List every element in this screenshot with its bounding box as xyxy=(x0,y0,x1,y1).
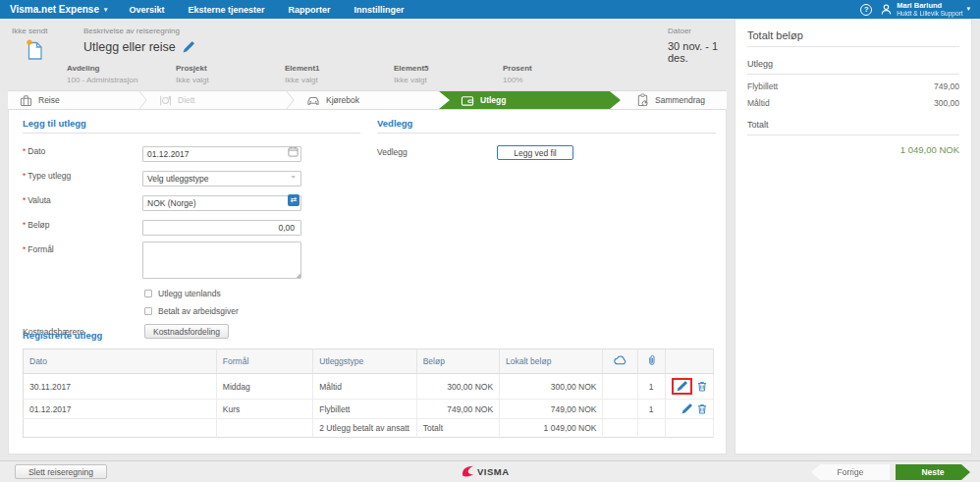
col-header-formal[interactable]: Formål xyxy=(216,349,312,374)
nav-item-rapporter[interactable]: Rapporter xyxy=(277,0,343,19)
field-label-type-utlegg: *Type utlegg xyxy=(23,168,142,187)
nav-item-label: Oversikt xyxy=(130,5,165,15)
dimension-value: 100 - Administrasjon xyxy=(67,76,176,84)
nav-item-label: Eksterne tjenester xyxy=(189,5,265,15)
table-row: 01.12.2017 Kurs Flybillett 749,00 NOK 74… xyxy=(24,400,714,419)
dimension-label: Avdeling xyxy=(67,64,176,73)
tab-utlegg-active[interactable]: Utlegg xyxy=(439,91,621,109)
col-header-belop[interactable]: Beløp xyxy=(416,349,499,374)
bottom-action-bar: Slett reiseregning VISMA Forrige Neste xyxy=(0,460,980,482)
dimension-value: Ikke valgt xyxy=(176,76,285,84)
nav-item-oversikt[interactable]: Oversikt xyxy=(118,0,177,19)
amount-input[interactable] xyxy=(142,220,301,236)
attachments-label: Vedlegg xyxy=(377,145,497,160)
next-button[interactable]: Neste xyxy=(896,464,970,480)
dimension-value: Ikke valgt xyxy=(285,76,394,84)
top-navigation: Visma.net Expense ▾ Oversikt Eksterne tj… xyxy=(0,0,980,19)
dimension-prosent: Prosent100% xyxy=(503,64,612,84)
col-header-utleggstype[interactable]: Utleggstype xyxy=(313,349,416,374)
cell-dato: 01.12.2017 xyxy=(24,400,217,419)
dimension-value: Ikke valgt xyxy=(394,76,503,84)
utenlands-checkbox[interactable] xyxy=(144,290,152,297)
field-label-valuta: *Valuta xyxy=(23,192,142,211)
edit-title-pencil-icon[interactable] xyxy=(183,41,194,53)
tab-label: Sammendrag xyxy=(655,95,705,105)
brand-label: Visma.net Expense xyxy=(10,4,99,15)
checkbox-row-arbeidsgiver[interactable]: Betalt av arbeidsgiver xyxy=(144,306,360,316)
footer-summary: 2 Utlegg betalt av ansatt xyxy=(313,419,416,438)
cloud-icon xyxy=(614,355,626,365)
tab-label: Utlegg xyxy=(480,95,506,105)
dimension-element1: Element1Ikke valgt xyxy=(285,64,394,84)
tab-reise[interactable]: Reise xyxy=(8,91,147,109)
registered-expenses-section: Registrerte utlegg Dato Formål Utleggsty… xyxy=(23,330,714,438)
dimension-element5: Element5Ikke valgt xyxy=(394,64,503,84)
expense-type-select[interactable] xyxy=(142,171,301,187)
tab-diett[interactable]: Diett xyxy=(147,91,295,109)
edit-pencil-icon[interactable] xyxy=(681,403,692,414)
report-header: Ikke sendt Beskrivelse av reiseregning U… xyxy=(0,19,727,90)
col-header-dato[interactable]: Dato xyxy=(24,349,217,374)
previous-button[interactable]: Forrige xyxy=(811,464,890,480)
summary-value: 300,00 xyxy=(934,98,959,108)
tab-sammendrag[interactable]: Sammendrag xyxy=(621,91,727,109)
nav-item-eksterne-tjenester[interactable]: Eksterne tjenester xyxy=(177,0,277,19)
edit-pencil-icon[interactable] xyxy=(677,381,687,392)
col-header-attachments xyxy=(637,349,665,374)
tab-separator xyxy=(286,91,295,109)
chevron-down-icon: ▾ xyxy=(966,5,970,13)
user-name: Mari Barlund xyxy=(897,2,962,10)
calendar-icon[interactable] xyxy=(288,146,299,157)
delete-report-button[interactable]: Slett reiseregning xyxy=(15,464,107,479)
currency-input[interactable] xyxy=(142,195,301,211)
arbeidsgiver-checkbox[interactable] xyxy=(144,307,152,315)
footer-total-value: 1 049,00 NOK xyxy=(500,419,603,438)
tab-kjorebok[interactable]: Kjørebok xyxy=(295,91,443,109)
purpose-textarea[interactable] xyxy=(142,241,301,279)
field-label-formal: *Formål xyxy=(23,241,142,283)
cell-cloud xyxy=(603,400,637,419)
user-name-block: Mari Barlund Huldt & Lillevik Support xyxy=(897,2,962,17)
sidebar-section-label: Utlegg xyxy=(747,59,959,69)
visma-swoosh-icon xyxy=(462,465,474,477)
dimension-label: Element1 xyxy=(285,64,394,73)
required-asterisk: * xyxy=(23,146,26,156)
dates-label: Datoer xyxy=(668,27,691,35)
app-window: Visma.net Expense ▾ Oversikt Eksterne tj… xyxy=(0,0,980,482)
visma-logo-text: VISMA xyxy=(477,466,510,477)
table-footer-row: 2 Utlegg betalt av ansatt Totalt 1 049,0… xyxy=(24,419,714,438)
required-asterisk: * xyxy=(23,220,26,230)
attach-file-button[interactable]: Legg ved fil xyxy=(497,145,573,160)
user-icon xyxy=(880,3,893,16)
nav-item-innstillinger[interactable]: Innstillinger xyxy=(343,0,416,19)
brand-menu[interactable]: Visma.net Expense ▾ xyxy=(0,0,118,19)
help-icon[interactable]: ? xyxy=(860,4,872,16)
field-label-dato: *Dato xyxy=(23,143,142,162)
paperclip-icon xyxy=(647,354,656,366)
section-title: Registrerte utlegg xyxy=(23,330,714,341)
currency-exchange-icon[interactable]: ⇄ xyxy=(288,194,299,206)
sidebar-total-value: 1 049,00 NOK xyxy=(747,144,959,155)
nav-spacer xyxy=(416,0,861,19)
chevron-down-icon: ▾ xyxy=(104,6,108,14)
delete-trash-icon[interactable] xyxy=(697,381,707,392)
divider xyxy=(747,46,959,47)
checkbox-row-utenlands[interactable]: Utlegg utenlands xyxy=(144,289,360,298)
user-menu[interactable]: Mari Barlund Huldt & Lillevik Support ▾ xyxy=(880,2,970,17)
cell-attachments-count: 1 xyxy=(637,400,665,419)
dimension-label: Prosent xyxy=(503,64,612,73)
cell-lokalt-belop: 749,00 NOK xyxy=(500,400,603,419)
nav-item-label: Rapporter xyxy=(289,5,331,15)
visma-logo: VISMA xyxy=(462,465,510,477)
divider xyxy=(23,133,360,134)
cell-belop: 749,00 NOK xyxy=(416,400,499,419)
date-input[interactable] xyxy=(142,146,301,162)
required-asterisk: * xyxy=(23,244,26,254)
highlight-red-box xyxy=(672,378,692,395)
col-header-lokalt-belop[interactable]: Lokalt beløp xyxy=(500,349,603,374)
delete-trash-icon[interactable] xyxy=(697,403,707,414)
cell-utleggstype: Måltid xyxy=(313,374,416,400)
summary-line: Flybillett 749,00 xyxy=(747,81,959,91)
user-org: Huldt & Lillevik Support xyxy=(897,10,962,17)
dimension-row: Avdeling100 - Administrasjon ProsjektIkk… xyxy=(67,64,612,84)
